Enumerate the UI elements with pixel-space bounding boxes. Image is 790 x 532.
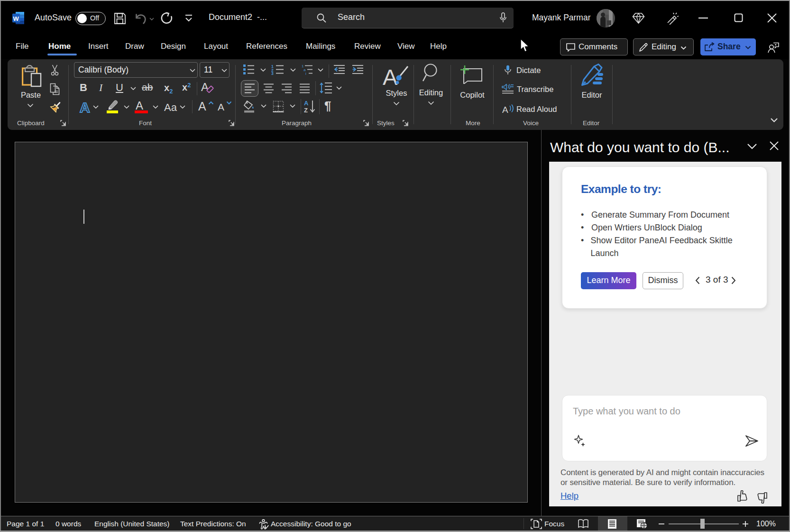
svg-text:W: W bbox=[13, 15, 19, 22]
svg-text:i: i bbox=[305, 72, 306, 75]
svg-text:A: A bbox=[383, 64, 398, 88]
svg-text:3: 3 bbox=[271, 71, 274, 75]
svg-text:A: A bbox=[502, 105, 508, 114]
svg-text:Z: Z bbox=[304, 107, 308, 114]
svg-text:A: A bbox=[80, 100, 90, 114]
svg-text:A: A bbox=[304, 100, 309, 107]
